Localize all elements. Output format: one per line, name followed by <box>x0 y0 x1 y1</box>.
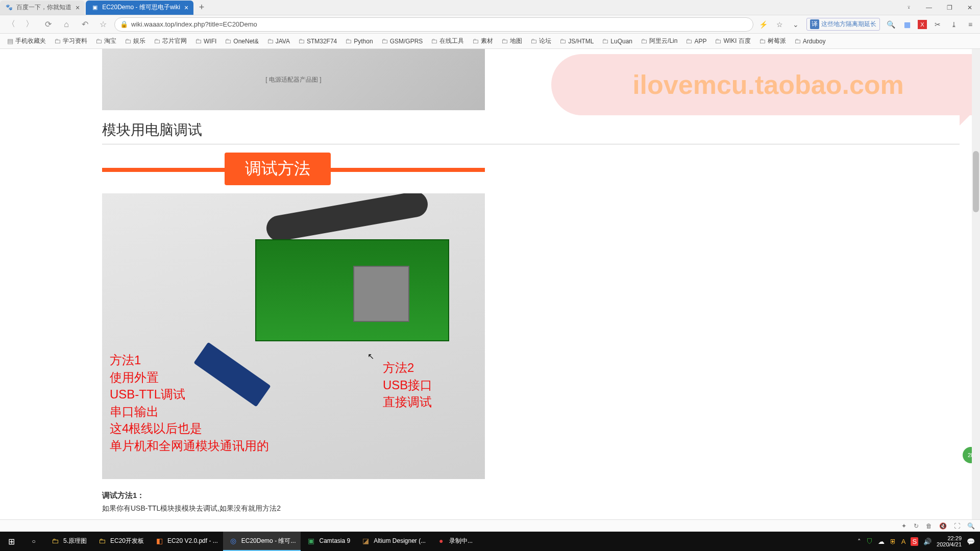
status-icon[interactable]: ✦ <box>901 522 906 530</box>
scrollbar-thumb[interactable] <box>973 151 979 212</box>
pdf-icon: ◧ <box>154 536 164 546</box>
home-button[interactable]: ⌂ <box>59 17 74 32</box>
tray-security-icon[interactable]: ⛉ <box>866 538 873 545</box>
site-info-icon[interactable]: 🔒 <box>120 20 128 28</box>
bookmark-item[interactable]: 🗀学习资料 <box>51 35 90 47</box>
browser-icon: ◎ <box>228 536 238 546</box>
bookmark-item[interactable]: 🗀在线工具 <box>428 35 467 47</box>
folder-icon: 🗀 <box>472 37 479 45</box>
close-icon[interactable]: × <box>184 4 188 12</box>
bookmark-item[interactable]: 🗀娱乐 <box>121 35 149 47</box>
new-tab-button[interactable]: + <box>194 1 209 15</box>
extensions-icon[interactable]: ▦ <box>901 19 913 30</box>
maximize-button[interactable]: ❐ <box>939 0 960 15</box>
forward-button[interactable]: 〉 <box>22 17 37 32</box>
menu-icon[interactable]: ≡ <box>965 19 976 30</box>
bookmarks-bar: ▤手机收藏夹 🗀学习资料 🗀淘宝 🗀娱乐 🗀芯片官网 🗀WIFI 🗀OneNet… <box>0 34 980 49</box>
folder-icon: 🗀 <box>602 37 608 45</box>
taskbar-item[interactable]: 🗀5.原理图 <box>45 532 92 551</box>
taskbar-item[interactable]: ▣Camtasia 9 <box>301 532 355 551</box>
bookmark-item[interactable]: 🗀地图 <box>498 35 525 47</box>
download-icon[interactable]: ⤓ <box>948 19 960 30</box>
banner-label: 调试方法 <box>225 153 331 185</box>
scrollbar-vertical[interactable] <box>972 49 980 532</box>
tray-volume-icon[interactable]: 🔊 <box>923 538 932 545</box>
star-button[interactable]: ☆ <box>96 17 110 32</box>
annotation-method2: 方法2 USB接口 直接调试 <box>383 359 432 411</box>
bookmark-item[interactable]: ▤手机收藏夹 <box>4 35 49 47</box>
folder-icon: 🗀 <box>530 37 537 45</box>
altium-icon: ◪ <box>360 536 371 546</box>
folder-icon: 🗀 <box>794 37 801 45</box>
board-wiring-photo[interactable]: ↖ 方法1 使用外置 USB-TTL调试 串口输出 这4根线以后也是 单片机和全… <box>102 193 485 479</box>
bookmark-item[interactable]: 🗀Python <box>342 36 376 46</box>
taskbar-search-button[interactable]: ○ <box>22 532 45 551</box>
folder-icon: 🗀 <box>298 37 305 45</box>
minimize-button[interactable]: — <box>919 0 939 15</box>
translate-button[interactable]: 译 这些地方隔离期延长 <box>806 18 880 31</box>
taskbar-item[interactable]: ●录制中... <box>431 532 478 551</box>
reload-button[interactable]: ⟳ <box>41 17 55 32</box>
bookmark-item[interactable]: 🗀WIFI <box>192 36 219 46</box>
taskbar-clock[interactable]: 22:29 2020/4/21 <box>937 535 962 547</box>
folder-icon: 🗀 <box>685 37 692 45</box>
folder-icon: 🗀 <box>759 37 766 45</box>
tab-ec20demo[interactable]: ▣ EC20Demo - 维可思电子wiki × <box>86 1 193 15</box>
bookmark-item[interactable]: 🗀淘宝 <box>92 35 119 47</box>
method-banner: 调试方法 <box>102 153 485 187</box>
close-icon[interactable]: × <box>76 4 80 12</box>
status-icon[interactable]: 🔍 <box>967 522 975 530</box>
bookmark-item[interactable]: 🗀GSM/GPRS <box>378 36 426 46</box>
folder-icon: 🗀 <box>431 37 437 45</box>
bookmark-item[interactable]: 🗀APP <box>682 36 709 46</box>
taskbar-item[interactable]: 🗀EC20开发板 <box>92 532 149 551</box>
folder-icon: 🗀 <box>97 536 107 546</box>
tray-input-icon[interactable]: S <box>911 537 918 546</box>
adblock-icon[interactable]: X <box>918 20 927 29</box>
bookmark-item[interactable]: 🗀JAVA <box>264 36 293 46</box>
taskbar-item[interactable]: ◧EC20 V2.0.pdf - ... <box>149 532 223 551</box>
status-icon[interactable]: ⛶ <box>954 522 960 530</box>
ec20-chip-graphic <box>353 266 409 322</box>
reader-icon[interactable]: ⍣ <box>898 0 919 15</box>
bookmark-item[interactable]: 🗀STM32F74 <box>295 36 340 46</box>
record-icon: ● <box>436 536 446 546</box>
status-icon[interactable]: 🔇 <box>939 522 947 530</box>
url-input[interactable]: 🔒 wiki.waaax.top/index.php?title=EC20Dem… <box>114 17 753 32</box>
snip-icon[interactable]: ✂ <box>932 19 943 30</box>
tray-shield-icon[interactable]: ⛨ <box>890 538 896 545</box>
camtasia-icon: ▣ <box>306 536 316 546</box>
tray-cloud-icon[interactable]: ☁ <box>878 538 885 545</box>
bookmark-item[interactable]: 🗀论坛 <box>527 35 554 47</box>
status-icon[interactable]: ↻ <box>914 522 919 530</box>
flash-icon[interactable]: ⚡ <box>757 19 769 30</box>
product-photo-top[interactable]: [ 电源适配器产品图 ] <box>102 49 485 110</box>
folder-icon: 🗀 <box>715 37 721 45</box>
bookmark-item[interactable]: 🗀素材 <box>469 35 496 47</box>
close-window-button[interactable]: ✕ <box>960 0 980 15</box>
tray-ime-icon[interactable]: A <box>901 538 906 545</box>
bookmark-item[interactable]: 🗀树莓派 <box>756 35 789 47</box>
favorite-icon[interactable]: ☆ <box>774 19 785 30</box>
tray-chevron-icon[interactable]: ˄ <box>857 538 861 545</box>
status-icon[interactable]: 🗑 <box>926 522 932 530</box>
browser-statusbar: ✦ ↻ 🗑 🔇 ⛶ 🔍 <box>0 519 980 532</box>
tray-notifications-icon[interactable]: 💬 <box>967 538 975 545</box>
bookmark-item[interactable]: 🗀Arduboy <box>791 36 829 46</box>
chevron-down-icon[interactable]: ⌄ <box>790 19 801 30</box>
taskbar-item[interactable]: ◎EC20Demo - 维可... <box>223 532 301 551</box>
bookmark-item[interactable]: 🗀JS/HTML <box>556 36 597 46</box>
restore-button[interactable]: ↶ <box>78 17 92 32</box>
translate-label: 这些地方隔离期延长 <box>821 20 876 29</box>
page-icon: ▣ <box>91 4 99 12</box>
taskbar-item[interactable]: ◪Altium Designer (... <box>355 532 431 551</box>
bookmark-item[interactable]: 🗀芯片官网 <box>151 35 190 47</box>
bookmark-item[interactable]: 🗀LuQuan <box>599 36 635 46</box>
search-icon[interactable]: 🔍 <box>885 19 896 30</box>
bookmark-item[interactable]: 🗀WIKI 百度 <box>712 35 753 47</box>
start-button[interactable]: ⊞ <box>0 532 22 551</box>
tab-baidu[interactable]: 🐾 百度一下，你就知道 × <box>0 1 85 15</box>
bookmark-item[interactable]: 🗀阿里云/Lin <box>638 35 680 47</box>
back-button[interactable]: 〈 <box>4 17 18 32</box>
bookmark-item[interactable]: 🗀OneNet& <box>222 36 261 46</box>
